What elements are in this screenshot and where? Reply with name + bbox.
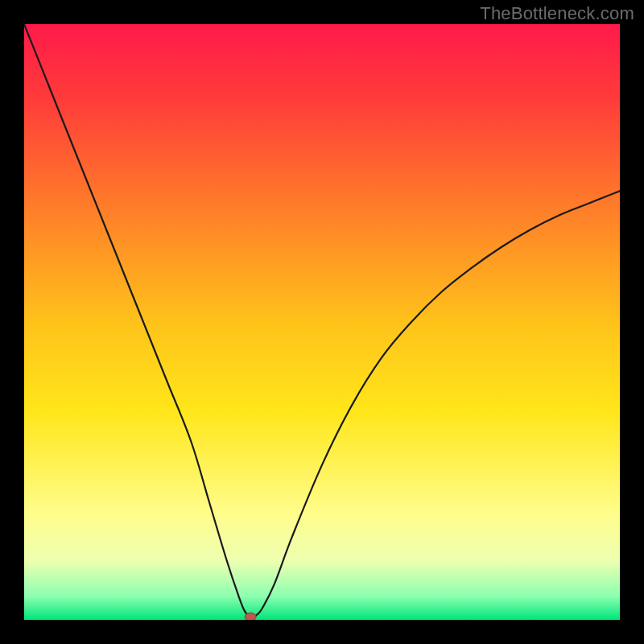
gradient-background xyxy=(24,24,620,620)
plot-area xyxy=(24,24,620,620)
minimum-marker xyxy=(245,613,256,620)
chart-svg xyxy=(24,24,620,620)
chart-frame: TheBottleneck.com xyxy=(0,0,644,644)
watermark-text: TheBottleneck.com xyxy=(480,3,634,24)
